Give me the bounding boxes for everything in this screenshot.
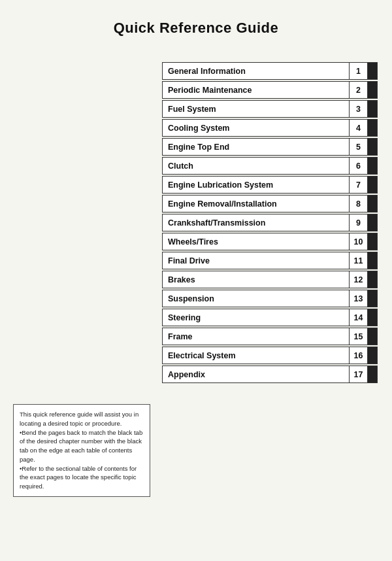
toc-item-number: 4 — [350, 120, 368, 136]
toc-item[interactable]: Wheels/Tires10 — [162, 233, 378, 250]
note-text-line: •Bend the pages back to match the black … — [20, 429, 142, 463]
toc-item[interactable]: Clutch6 — [162, 157, 378, 175]
toc-item[interactable]: Final Drive11 — [162, 252, 378, 269]
toc-item-tab — [368, 196, 377, 212]
toc-item-label: Clutch — [163, 158, 350, 174]
toc-item[interactable]: Appendix17 — [162, 366, 378, 383]
toc-item-tab — [368, 271, 377, 288]
toc-item-tab — [368, 328, 377, 345]
toc-item-tab — [368, 63, 377, 79]
toc-item[interactable]: Engine Removal/Installation8 — [162, 195, 378, 212]
toc-item[interactable]: General Information1 — [162, 62, 378, 80]
toc-item-number: 2 — [350, 82, 368, 98]
toc-item-number: 14 — [350, 309, 368, 326]
toc-item-tab — [368, 347, 377, 364]
toc-container: General Information1Periodic Maintenance… — [162, 62, 378, 384]
toc-item-label: Suspension — [163, 290, 350, 307]
toc-item-number: 13 — [350, 290, 368, 307]
toc-item-label: Wheels/Tires — [163, 233, 350, 250]
toc-item[interactable]: Cooling System4 — [162, 119, 378, 137]
toc-item-tab — [368, 233, 377, 250]
toc-item-number: 7 — [350, 177, 368, 193]
toc-item-tab — [368, 309, 377, 326]
toc-item-tab — [368, 214, 377, 231]
toc-item-number: 8 — [350, 196, 368, 212]
note-text-line: •Refer to the sectional table of content… — [20, 465, 137, 490]
toc-item-label: Frame — [163, 328, 350, 345]
toc-item-number: 3 — [350, 101, 368, 117]
toc-item[interactable]: Periodic Maintenance2 — [162, 81, 378, 99]
toc-item-tab — [368, 82, 377, 98]
toc-item-label: Engine Lubrication System — [163, 177, 350, 193]
toc-item-number: 16 — [350, 347, 368, 364]
toc-item-label: Final Drive — [163, 252, 350, 269]
toc-item-number: 11 — [350, 252, 368, 269]
toc-item-label: Steering — [163, 309, 350, 326]
toc-item-number: 17 — [350, 366, 368, 382]
toc-item-number: 5 — [350, 139, 368, 155]
page: Quick Reference Guide General Informatio… — [0, 0, 392, 561]
toc-item[interactable]: Fuel System3 — [162, 100, 378, 118]
toc-item[interactable]: Crankshaft/Transmission9 — [162, 214, 378, 231]
toc-item[interactable]: Steering14 — [162, 309, 378, 326]
toc-item-tab — [368, 101, 377, 117]
toc-item[interactable]: Engine Lubrication System7 — [162, 176, 378, 194]
toc-item-number: 15 — [350, 328, 368, 345]
note-box: This quick reference guide will assist y… — [13, 404, 150, 497]
note-text-line: This quick reference guide will assist y… — [20, 411, 139, 427]
toc-item[interactable]: Electrical System16 — [162, 347, 378, 364]
toc-item-tab — [368, 120, 377, 136]
toc-item-number: 12 — [350, 271, 368, 288]
toc-item-label: Appendix — [163, 366, 350, 382]
toc-item-tab — [368, 139, 377, 155]
toc-item-label: Cooling System — [163, 120, 350, 136]
toc-item-tab — [368, 290, 377, 307]
page-title: Quick Reference Guide — [13, 20, 379, 37]
toc-item-label: Engine Removal/Installation — [163, 196, 350, 212]
toc-item-label: Electrical System — [163, 347, 350, 364]
toc-item-label: Fuel System — [163, 101, 350, 117]
toc-item[interactable]: Engine Top End5 — [162, 138, 378, 156]
toc-item-label: Periodic Maintenance — [163, 82, 350, 98]
toc-item-tab — [368, 366, 377, 382]
toc-item-number: 9 — [350, 214, 368, 231]
toc-item-number: 1 — [350, 63, 368, 79]
toc-item-tab — [368, 177, 377, 193]
toc-item-label: General Information — [163, 63, 350, 79]
toc-item[interactable]: Suspension13 — [162, 290, 378, 307]
toc-item-tab — [368, 252, 377, 269]
toc-item-number: 6 — [350, 158, 368, 174]
toc-item-label: Crankshaft/Transmission — [163, 214, 350, 231]
toc-item-label: Engine Top End — [163, 139, 350, 155]
toc-item-tab — [368, 158, 377, 174]
toc-item[interactable]: Frame15 — [162, 328, 378, 345]
toc-item-number: 10 — [350, 233, 368, 250]
toc-item-label: Brakes — [163, 271, 350, 288]
toc-item[interactable]: Brakes12 — [162, 271, 378, 288]
